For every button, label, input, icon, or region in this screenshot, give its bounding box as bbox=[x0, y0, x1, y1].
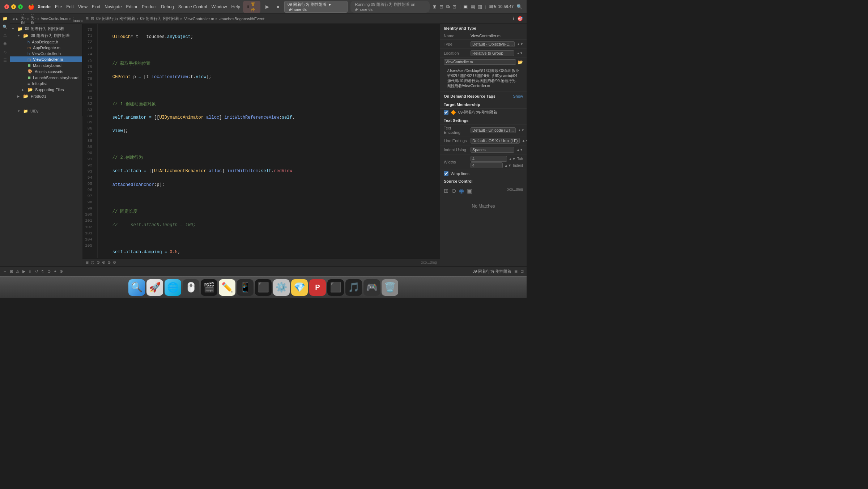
minimize-button[interactable]: ● bbox=[11, 4, 16, 9]
sc-icon-2[interactable]: ⊙ bbox=[451, 187, 456, 194]
dock-quicktime[interactable]: 🎬 bbox=[201, 279, 217, 296]
assistant-icon[interactable]: ⧉ bbox=[446, 4, 450, 10]
file-browse-icon[interactable]: 📂 bbox=[518, 60, 523, 65]
debug-menu[interactable]: Debug bbox=[161, 4, 174, 9]
dock-p[interactable]: P bbox=[309, 279, 326, 296]
sidebar-item-launchscreen[interactable]: ◼ LaunchScreen.storyboard bbox=[10, 75, 82, 81]
editor-icon-1[interactable]: ⊞ bbox=[85, 16, 89, 21]
warning-icon[interactable]: ⚠ bbox=[2, 32, 8, 39]
tab-width-input[interactable] bbox=[471, 156, 507, 162]
source-control-menu[interactable]: Source Control bbox=[178, 4, 207, 9]
nav-back-icon[interactable]: ◂ bbox=[12, 16, 14, 21]
bt-right-icon-1[interactable]: ⊞ bbox=[514, 269, 518, 274]
file-menu[interactable]: File bbox=[55, 4, 62, 9]
show-button[interactable]: Show bbox=[513, 94, 523, 98]
breakpoint-icon[interactable]: ◉ bbox=[2, 40, 8, 47]
dock-sketch[interactable]: 💎 bbox=[291, 279, 308, 296]
bt-icon-add[interactable]: ＋ bbox=[3, 269, 7, 274]
indent-select[interactable]: Spaces bbox=[471, 147, 514, 153]
sidebar-item-uidy[interactable]: ▼ 📁 UIDy bbox=[10, 108, 82, 114]
dock-music[interactable]: 🎵 bbox=[345, 279, 362, 296]
bt-icon-warn[interactable]: ⚠ bbox=[16, 269, 20, 274]
scheme-selector[interactable]: 09-附着行为-刚性附着 ▸ iPhone 6s bbox=[284, 1, 348, 13]
dock-game[interactable]: 🎮 bbox=[363, 279, 380, 296]
breadcrumb-file[interactable]: ViewController.m bbox=[184, 17, 214, 21]
sidebar-item-appdelegate-m[interactable]: m AppDelegate.m bbox=[10, 45, 82, 51]
code-editor[interactable]: 70 71 72 73 74 75 76 77 78 79 80 81 82 8… bbox=[82, 24, 440, 258]
inspector-icon-2[interactable]: 🎯 bbox=[516, 15, 524, 22]
editor-icon-2[interactable]: ⊟ bbox=[91, 16, 94, 21]
target-checkbox[interactable] bbox=[444, 110, 448, 115]
sc-icon-4[interactable]: ▣ bbox=[467, 187, 472, 194]
dock-terminal2[interactable]: ⬛ bbox=[327, 279, 344, 296]
report-icon[interactable]: ☰ bbox=[2, 57, 8, 64]
navigator-toggle-icon[interactable]: ⊞ bbox=[433, 4, 437, 9]
debug-icon-6[interactable]: ⊜ bbox=[113, 260, 116, 265]
breadcrumb-method[interactable]: -touchesBegan:withEvent: bbox=[219, 17, 265, 21]
bt-icon-error[interactable]: ⊞ bbox=[10, 269, 13, 274]
code-content[interactable]: UITouch* t = touches.anyObject; // 获取手指的… bbox=[98, 24, 440, 258]
debug-icon-5[interactable]: ⊛ bbox=[107, 260, 111, 265]
sidebar-item-products[interactable]: ▶ 📂 Products bbox=[10, 93, 82, 99]
dock-mouse[interactable]: 🖱️ bbox=[183, 279, 199, 296]
sc-icon-3[interactable]: ◉ bbox=[459, 187, 464, 194]
bt-icon-5[interactable]: ⏸ bbox=[28, 269, 32, 274]
run-button[interactable]: ▶ bbox=[263, 3, 271, 10]
sidebar-item-group[interactable]: ▼ 📂 09-附着行为-刚性附着 bbox=[10, 32, 82, 39]
product-menu[interactable]: Product bbox=[142, 4, 157, 9]
dock-trash[interactable]: 🗑️ bbox=[382, 279, 398, 296]
window-menu[interactable]: Window bbox=[212, 4, 227, 9]
find-menu[interactable]: Find bbox=[92, 4, 100, 9]
debug-icon-1[interactable]: ⊞ bbox=[85, 260, 89, 265]
layout-icon-3[interactable]: ▥ bbox=[478, 4, 482, 9]
bt-icon-6[interactable]: ↺ bbox=[35, 269, 38, 274]
sidebar-item-project[interactable]: ▼ 📁 09-附着行为-刚性附着 bbox=[10, 25, 82, 32]
encoding-select[interactable]: Default - Unicode (UT... bbox=[471, 127, 516, 133]
view-menu[interactable]: View bbox=[78, 4, 88, 9]
test-icon[interactable]: ◇ bbox=[3, 48, 8, 55]
type-select[interactable]: Default - Objective-C... bbox=[471, 41, 515, 47]
inspector-icon-1[interactable]: ℹ bbox=[512, 15, 515, 22]
version-editor-icon[interactable]: ⊡ bbox=[452, 4, 456, 9]
sidebar-item-appdelegate-h[interactable]: h AppDelegate.h bbox=[10, 39, 82, 45]
bt-icon-7[interactable]: ↻ bbox=[41, 269, 44, 274]
sc-icon-1[interactable]: ⊞ bbox=[444, 187, 448, 194]
nav-forward-icon[interactable]: ▸ bbox=[16, 16, 18, 21]
layout-icon-1[interactable]: ▣ bbox=[463, 4, 468, 9]
indent-width-input[interactable] bbox=[471, 162, 503, 168]
search-icon[interactable]: 🔍 bbox=[516, 4, 522, 9]
debug-icon-2[interactable]: ◎ bbox=[91, 260, 94, 265]
breadcrumb-project[interactable]: 09-附着行为-刚性附着 bbox=[96, 16, 135, 21]
debug-icon-4[interactable]: ⊘ bbox=[102, 260, 105, 265]
layout-icon-2[interactable]: ▤ bbox=[471, 4, 475, 9]
sidebar-item-viewcontroller-m[interactable]: m ViewController.m bbox=[10, 56, 82, 62]
dock-safari[interactable]: 🌐 bbox=[165, 279, 181, 296]
dock-terminal[interactable]: ⬛ bbox=[255, 279, 272, 296]
folder-icon[interactable]: 📁 bbox=[1, 15, 9, 22]
maximize-button[interactable]: ● bbox=[18, 4, 23, 9]
editor-menu[interactable]: Editor bbox=[126, 4, 137, 9]
indent-width-stepper[interactable]: ▲▼ bbox=[504, 163, 511, 167]
bt-icon-10[interactable]: ⊛ bbox=[60, 269, 63, 274]
debug-icon-3[interactable]: ⊙ bbox=[97, 260, 100, 265]
wrap-lines-checkbox[interactable] bbox=[444, 171, 448, 176]
close-button[interactable]: ● bbox=[4, 4, 9, 9]
dock-prefs[interactable]: ⚙️ bbox=[273, 279, 290, 296]
sidebar-item-viewcontroller-h[interactable]: h ViewController.h bbox=[10, 51, 82, 56]
edit-menu[interactable]: Edit bbox=[66, 4, 74, 9]
breadcrumb-group[interactable]: 09-附着行为-刚性附着 bbox=[140, 16, 179, 21]
debug-toggle-icon[interactable]: ⊟ bbox=[439, 4, 443, 9]
line-endings-select[interactable]: Default - OS X / Unix (LF) bbox=[471, 138, 520, 144]
tab-width-stepper[interactable]: ▲▼ bbox=[509, 157, 516, 161]
sidebar-item-main-storyboard[interactable]: ◼ Main.storyboard bbox=[10, 62, 82, 68]
bt-right-icon-2[interactable]: ⊡ bbox=[520, 269, 524, 274]
bt-icon-mem[interactable]: ▶ bbox=[22, 269, 25, 274]
search-nav-icon[interactable]: 🔍 bbox=[1, 24, 9, 30]
bt-icon-8[interactable]: ⊙ bbox=[47, 269, 51, 274]
dock-iphone[interactable]: 📱 bbox=[237, 279, 254, 296]
bt-icon-9[interactable]: ✦ bbox=[54, 269, 57, 274]
navigate-menu[interactable]: Navigate bbox=[105, 4, 122, 9]
sidebar-item-supporting-files[interactable]: ▶ 📂 Supporting Files bbox=[10, 86, 82, 93]
xcode-menu[interactable]: Xcode bbox=[38, 4, 51, 9]
stop-button[interactable]: ■ bbox=[274, 3, 281, 10]
